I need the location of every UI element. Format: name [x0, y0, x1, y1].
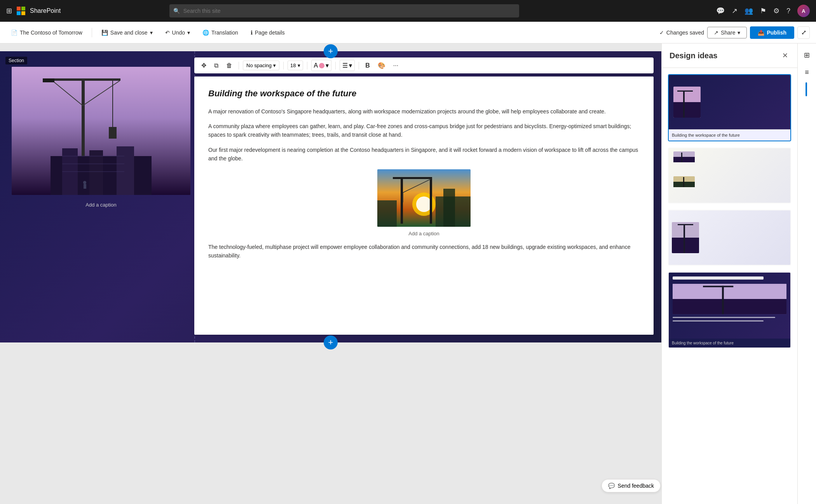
svg-rect-10: [89, 150, 103, 195]
collapse-button[interactable]: ⤢: [797, 26, 810, 39]
design-idea-preview-4: [669, 273, 790, 339]
duplicate-icon[interactable]: ⧉: [212, 61, 221, 71]
inline-image-caption[interactable]: Add a caption: [208, 231, 640, 236]
page-icon: 📄: [11, 30, 17, 36]
svg-rect-35: [681, 153, 682, 162]
right-sidebar: ⊞ ≡: [797, 43, 816, 504]
settings-icon[interactable]: ⚙: [773, 7, 779, 15]
svg-rect-22: [430, 177, 432, 224]
design-idea-preview-2: [669, 148, 790, 203]
design-ideas-panel: Design ideas ✕: [661, 43, 797, 504]
svg-rect-38: [683, 177, 684, 187]
top-navigation: ⊞ SharePoint 🔍 💬 ↗ 👥 ⚑ ⚙ ? A: [0, 0, 816, 22]
publish-button[interactable]: 📤 Publish: [750, 26, 794, 39]
editor-title: Building the workspace of the future: [208, 88, 640, 99]
save-icon: 💾: [101, 30, 108, 36]
people-icon[interactable]: 👥: [745, 7, 753, 15]
checkmark-icon: ✓: [659, 30, 664, 36]
svg-rect-46: [703, 286, 733, 287]
app-name: SharePoint: [30, 7, 61, 14]
add-section-bottom-button[interactable]: +: [324, 335, 338, 349]
help-icon[interactable]: ?: [786, 7, 790, 15]
svg-point-15: [83, 181, 86, 184]
style-dropdown[interactable]: No spacing ▾: [243, 61, 279, 70]
layout-icon-btn[interactable]: ⊞: [800, 48, 814, 62]
design-panel-close-button[interactable]: ✕: [781, 50, 790, 61]
main-area: + Section: [0, 43, 816, 504]
svg-rect-31: [683, 90, 685, 118]
avatar[interactable]: A: [797, 5, 810, 17]
save-and-close-button[interactable]: 💾 Save and close ▾: [97, 27, 157, 38]
publish-icon: 📤: [758, 30, 764, 36]
left-image: [12, 67, 190, 195]
svg-rect-26: [443, 189, 455, 227]
editor-content-area[interactable]: Building the workspace of the future A m…: [194, 76, 654, 335]
add-section-top-button[interactable]: +: [324, 44, 338, 58]
text-color-picker[interactable]: A ▾: [311, 60, 332, 71]
svg-rect-2: [51, 78, 120, 81]
translation-icon: 🌐: [202, 30, 209, 36]
undo-dropdown-arrow: ▾: [187, 30, 190, 36]
share-icon[interactable]: ↗: [732, 7, 738, 15]
active-indicator: [806, 82, 807, 96]
page-title-btn[interactable]: 📄 The Contoso of Tomorrow: [6, 27, 87, 38]
tb-sep-5: [359, 62, 359, 70]
translation-button[interactable]: 🌐 Translation: [198, 27, 243, 38]
design-idea-3[interactable]: [668, 210, 791, 266]
editor-para-2: A community plaza where employees can ga…: [208, 122, 640, 139]
share-button[interactable]: ↗ Share ▾: [707, 27, 747, 38]
search-input[interactable]: [169, 4, 519, 17]
svg-rect-6: [109, 127, 117, 139]
design-idea-preview-3: [669, 210, 790, 265]
editor-para-1: A major renovation of Contoso's Singapor…: [208, 107, 640, 116]
design-idea-1[interactable]: Building the workspace of the future: [668, 74, 791, 141]
di-4-thumb: [673, 283, 786, 315]
feedback-icon: 💬: [608, 483, 615, 489]
design-panel-header: Design ideas ✕: [662, 43, 797, 68]
filter-icon-btn[interactable]: ≡: [800, 65, 814, 79]
search-icon: 🔍: [173, 8, 180, 14]
share-dropdown-arrow: ▾: [738, 30, 740, 36]
move-icon[interactable]: ✥: [199, 60, 209, 71]
changes-saved-status: ✓ Changes saved: [659, 30, 704, 36]
svg-rect-44: [673, 299, 786, 314]
font-size-dropdown[interactable]: 18 ▾: [288, 61, 303, 70]
delete-icon[interactable]: 🗑: [224, 61, 235, 71]
inline-image: [377, 169, 471, 227]
highlight-icon: ☰: [342, 62, 348, 69]
search-bar[interactable]: 🔍: [169, 4, 519, 17]
svg-rect-34: [673, 157, 695, 162]
svg-rect-16: [84, 184, 86, 189]
secondary-toolbar: 📄 The Contoso of Tomorrow 💾 Save and clo…: [0, 22, 816, 43]
design-idea-4[interactable]: Building the workspace of the future: [668, 272, 791, 348]
highlight-picker[interactable]: ☰ ▾: [340, 60, 355, 71]
design-idea-2[interactable]: [668, 148, 791, 203]
left-image-column: Add a caption: [0, 51, 194, 342]
collapse-icon: ⤢: [801, 29, 806, 36]
svg-rect-11: [117, 146, 134, 195]
style-chevron: ▾: [273, 63, 276, 68]
page-canvas: + Section: [0, 43, 661, 504]
send-feedback-button[interactable]: 💬 Send feedback: [602, 479, 661, 492]
waffle-icon[interactable]: ⊞: [6, 7, 12, 15]
highlight-chevron: ▾: [349, 62, 352, 69]
share-icon: ↗: [714, 30, 718, 36]
nav-icons-group: 💬 ↗ 👥 ⚑ ⚙ ? A: [716, 5, 810, 17]
page-section: Add a caption ✥ ⧉ 🗑 No spacing ▾: [0, 51, 661, 342]
text-editor-column: ✥ ⧉ 🗑 No spacing ▾ 18 ▾: [194, 51, 661, 342]
size-chevron: ▾: [298, 63, 300, 68]
svg-rect-30: [673, 102, 701, 118]
svg-point-19: [416, 196, 432, 212]
bold-button[interactable]: B: [363, 61, 372, 71]
di-2-thumb-top: [673, 151, 695, 175]
more-options-button[interactable]: ···: [391, 61, 401, 71]
separator-1: [92, 28, 92, 37]
font-color-icon: A: [314, 62, 318, 69]
toolbar-right-group: ✓ Changes saved ↗ Share ▾ 📤 Publish ⤢: [659, 26, 810, 39]
left-image-caption[interactable]: Add a caption: [83, 200, 119, 210]
help-chat-icon[interactable]: 💬: [716, 7, 725, 15]
page-details-button[interactable]: ℹ Page details: [246, 27, 289, 38]
flag-icon[interactable]: ⚑: [760, 7, 766, 15]
color-palette-button[interactable]: 🎨: [375, 60, 388, 71]
undo-button[interactable]: ↶ Undo ▾: [160, 27, 195, 38]
